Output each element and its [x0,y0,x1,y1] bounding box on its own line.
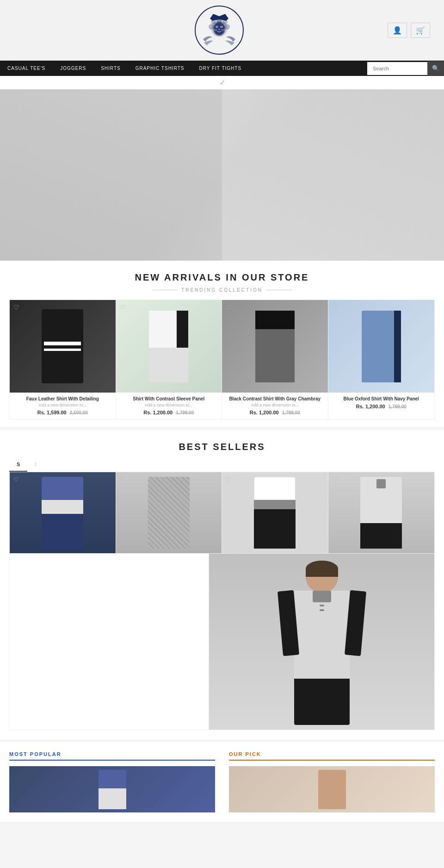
product-card-1[interactable]: ♡ Faux Leather Shirt With Detailing Add … [10,300,116,419]
product-image-2 [116,300,222,393]
product-info-4: Blue Oxford Shirt With Navy Panel Rs. 1,… [328,393,435,413]
tee-card-3[interactable]: ♡ [222,472,328,553]
tee-image-4 [328,472,435,553]
product-price-4: Rs. 1,200.00 1,799.00 [332,404,431,409]
user-icon-button[interactable]: 👤 [388,23,407,38]
new-arrivals-grid: ♡ Faux Leather Shirt With Detailing Add … [9,300,435,419]
featured-wishlist-icon[interactable]: ♡ [214,558,220,567]
best-sellers-section: BEST SELLERS S I ♡ ♡ [0,426,444,554]
most-popular-col: MOST POPULAR [9,751,215,812]
nav-item-graphic-tshirts[interactable]: GRAPHIC TSHIRTS [128,61,192,76]
nav-item-casual-tees[interactable]: CASUAL TEE'S [0,61,53,76]
header-actions: 👤 🛒 [388,23,430,38]
product-price-1: Rs. 1,599.00 2,500.00 [13,410,112,415]
product-desc-3: Add a new dimension to... [226,403,324,407]
search-icon: 🔍 [432,65,439,72]
most-popular-image[interactable] [9,766,215,812]
bs-tab-featured[interactable]: I [27,458,43,472]
wishlist-icon-3[interactable]: ♡ [226,304,232,311]
cart-icon: 🛒 [416,26,425,34]
search-input[interactable] [367,62,427,75]
svg-point-13 [216,26,217,27]
product-card-2[interactable]: ♡ Shirt With Contrast Sleeve Panel Add a… [116,300,222,419]
svg-point-10 [214,23,224,35]
product-info-2: Shirt With Contrast Sleeve Panel Add a n… [116,393,222,419]
nav-items: CASUAL TEE'S JOGGERS SHIRTS GRAPHIC TSHI… [0,61,367,76]
product-price-3: Rs. 1,200.00 1,799.00 [226,410,324,415]
new-arrivals-section: NEW ARRIVALS IN OUR STORE TRENDING COLLE… [0,261,444,426]
most-popular-title: MOST POPULAR [9,751,215,761]
logo-area [194,5,245,56]
featured-product-area: ♡ [0,554,444,739]
user-icon: 👤 [393,26,402,34]
checkmark-icon: ✓ [219,79,225,87]
svg-point-6 [211,20,216,25]
header: 👤 🛒 [0,0,444,61]
tee-wishlist-4[interactable]: ♡ [332,476,338,483]
tee-wishlist-1[interactable]: ♡ [13,476,19,483]
product-desc-1: Add a new dimension to... [13,403,112,407]
product-name-4: Blue Oxford Shirt With Navy Panel [332,396,431,401]
wishlist-icon-2[interactable]: ♡ [120,304,126,311]
tee-wishlist-2[interactable]: ♡ [120,476,125,483]
svg-point-7 [223,20,228,25]
featured-large-card[interactable]: ♡ [209,554,435,730]
product-name-3: Black Contrast Shirt With Gray Chambray [226,396,324,401]
nav-search-area: 🔍 [367,61,444,75]
featured-small-cards [9,554,209,730]
product-card-4[interactable]: ♡ Blue Oxford Shirt With Navy Panel Rs. … [328,300,435,419]
tee-image-1 [10,472,116,553]
tee-wishlist-3[interactable]: ♡ [226,476,231,483]
best-sellers-grid: ♡ ♡ ♡ [9,472,435,554]
new-arrivals-title: NEW ARRIVALS IN OUR STORE [9,272,435,283]
wishlist-icon-4[interactable]: ♡ [332,304,338,311]
tee-card-2[interactable]: ♡ [116,472,222,553]
our-pick-col: OUR PICK [229,751,435,812]
best-sellers-title: BEST SELLERS [9,442,435,452]
product-name-1: Faux Leather Shirt With Detailing [13,396,112,401]
tee-card-1[interactable]: ♡ [10,472,116,553]
product-image-1 [10,300,116,393]
checkmark-area: ✓ [0,76,444,89]
tee-card-4[interactable]: ♡ [328,472,435,553]
hero-banner [0,89,444,261]
cart-icon-button[interactable]: 🛒 [411,23,430,38]
nav-item-dry-fit-tights[interactable]: DRY FIT TIGHTS [191,61,249,76]
nav-item-shirts[interactable]: SHIRTS [93,61,128,76]
main-nav: CASUAL TEE'S JOGGERS SHIRTS GRAPHIC TSHI… [0,61,444,76]
our-pick-image[interactable] [229,766,435,812]
bottom-sections: MOST POPULAR OUR PICK [0,739,444,822]
tee-image-3 [222,472,328,553]
product-info-3: Black Contrast Shirt With Gray Chambray … [222,393,328,419]
wishlist-icon-1[interactable]: ♡ [13,304,19,311]
product-name-2: Shirt With Contrast Sleeve Panel [120,396,218,401]
product-image-4 [328,300,435,393]
product-info-1: Faux Leather Shirt With Detailing Add a … [10,393,116,419]
nav-item-joggers[interactable]: JOGGERS [53,61,93,76]
product-price-2: Rs. 1,200.00 1,799.00 [120,410,218,415]
search-button[interactable]: 🔍 [427,61,444,75]
product-image-3 [222,300,328,393]
our-pick-title: OUR PICK [229,751,435,761]
product-desc-2: Add a new dimension to... [120,403,218,407]
best-sellers-tabs: S I [9,458,435,472]
new-arrivals-subtitle: TRENDING COLLECTION [9,287,435,293]
svg-point-14 [221,26,222,27]
bs-tab-all[interactable]: S [9,458,27,472]
product-card-3[interactable]: ♡ Black Contrast Shirt With Gray Chambra… [222,300,328,419]
tee-image-2 [116,472,222,553]
logo-svg [194,5,245,56]
